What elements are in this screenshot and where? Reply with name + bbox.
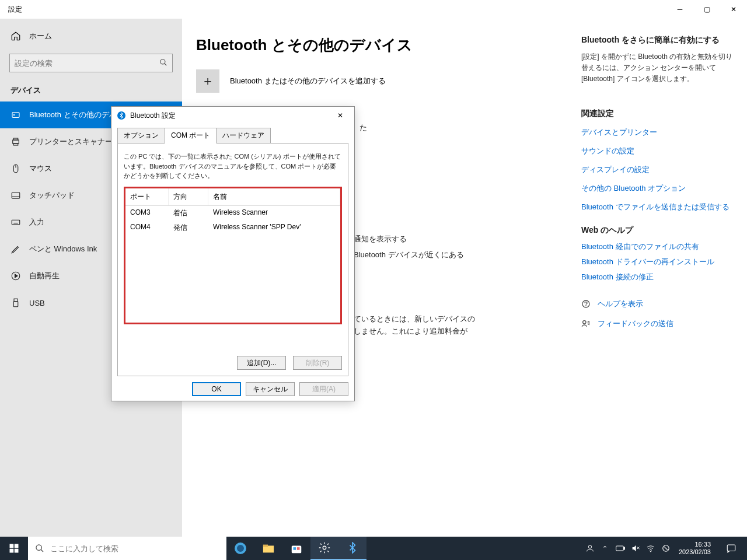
search-input[interactable] <box>15 59 159 68</box>
partial-text-3: Bluetooth デバイスが近くにある <box>354 249 581 261</box>
bluetooth-settings-dialog: Bluetooth 設定 ✕ オプション COM ポート ハードウェア この P… <box>111 106 355 401</box>
tab-strip: オプション COM ポート ハードウェア <box>111 124 354 144</box>
link-bt-share[interactable]: Bluetooth 経由でのファイルの共有 <box>581 242 733 252</box>
start-button[interactable] <box>0 537 28 560</box>
svg-rect-5 <box>13 138 18 140</box>
link-bt-send[interactable]: Bluetooth でファイルを送信または受信する <box>581 202 733 212</box>
tab-hardware[interactable]: ハードウェア <box>216 128 271 144</box>
col-direction[interactable]: 方向 <box>169 188 208 205</box>
partial-text-4: ているときには、新しいデバイスの <box>354 313 581 326</box>
add-port-button[interactable]: 追加(D)... <box>237 356 286 370</box>
search-icon <box>159 58 167 68</box>
svg-rect-18 <box>13 302 18 307</box>
remove-port-button[interactable]: 削除(R) <box>293 356 342 370</box>
nav-label: 入力 <box>29 217 44 228</box>
svg-point-36 <box>588 545 591 548</box>
add-device-label: Bluetooth またはその他のデバイスを追加する <box>230 76 386 86</box>
taskbar-edge[interactable] <box>226 537 254 560</box>
feedback-link[interactable]: フィードバックの送信 <box>581 318 733 329</box>
cell-port: COM3 <box>125 206 169 220</box>
tray-wifi-icon[interactable] <box>645 544 657 553</box>
svg-point-21 <box>583 320 586 323</box>
link-bt-fix[interactable]: Bluetooth 接続の修正 <box>581 272 733 282</box>
ok-button[interactable]: OK <box>192 382 241 396</box>
side-text-quick: [設定] を開かずに Bluetooth の有効と無効を切り替えるには、アクショ… <box>581 51 733 85</box>
svg-point-35 <box>323 546 326 550</box>
svg-rect-38 <box>624 547 624 550</box>
table-row[interactable]: COM4 発信 Wireless Scanner 'SPP Dev' <box>125 220 340 235</box>
svg-point-26 <box>36 545 41 550</box>
col-port[interactable]: ポート <box>125 188 169 205</box>
nav-label: プリンターとスキャナー <box>29 136 113 147</box>
link-sound[interactable]: サウンドの設定 <box>581 146 733 156</box>
tray-people-icon[interactable] <box>584 544 596 553</box>
taskbar-clock[interactable]: 16:33 2023/02/03 <box>675 541 714 556</box>
maximize-button[interactable]: ▢ <box>693 0 720 19</box>
svg-rect-4 <box>13 140 19 144</box>
taskbar-search[interactable] <box>28 537 226 560</box>
dialog-close-button[interactable]: ✕ <box>332 108 348 123</box>
minimize-button[interactable]: ─ <box>666 0 693 19</box>
dialog-titlebar: Bluetooth 設定 ✕ <box>111 107 354 124</box>
svg-point-20 <box>586 306 587 306</box>
cancel-button[interactable]: キャンセル <box>246 382 295 396</box>
search-box[interactable] <box>9 54 173 72</box>
com-port-table[interactable]: ポート 方向 名前 COM3 着信 Wireless Scanner COM4 … <box>124 187 342 324</box>
notification-center-button[interactable] <box>718 537 745 560</box>
taskbar-bluetooth[interactable] <box>338 537 366 560</box>
pen-icon <box>11 244 21 254</box>
mouse-icon <box>11 163 21 174</box>
tab-content: この PC では、下の一覧に表示された COM (シリアル) ポートが使用されて… <box>117 143 348 376</box>
svg-rect-22 <box>10 544 14 548</box>
apply-button[interactable]: 適用(A) <box>299 382 348 396</box>
link-devices-printers[interactable]: デバイスとプリンター <box>581 127 733 138</box>
dialog-title: Bluetooth 設定 <box>130 111 176 121</box>
nav-label: ペンと Windows Ink <box>29 244 97 254</box>
partial-text-1: た <box>359 122 581 134</box>
svg-rect-17 <box>14 299 18 302</box>
side-heading-webhelp: Web のヘルプ <box>581 225 733 236</box>
table-header: ポート 方向 名前 <box>125 188 340 206</box>
tab-options[interactable]: オプション <box>117 128 165 144</box>
svg-point-41 <box>650 551 651 552</box>
close-button[interactable]: ✕ <box>720 0 747 19</box>
feedback-icon <box>581 319 591 328</box>
help-link[interactable]: ヘルプを表示 <box>581 299 733 309</box>
svg-rect-6 <box>13 144 18 145</box>
dialog-description: この PC では、下の一覧に表示された COM (シリアル) ポートが使用されて… <box>124 152 342 181</box>
partial-text-5: しません。これにより追加料金が <box>354 326 581 338</box>
col-name[interactable]: 名前 <box>208 188 340 205</box>
feedback-label: フィードバックの送信 <box>598 318 673 329</box>
svg-line-43 <box>664 547 668 550</box>
tray-volume-muted-icon[interactable] <box>630 544 641 553</box>
svg-rect-33 <box>294 547 296 550</box>
svg-point-29 <box>237 545 244 552</box>
taskbar: ⌃ 16:33 2023/02/03 <box>0 537 747 560</box>
home-icon <box>11 31 21 41</box>
table-body: COM3 着信 Wireless Scanner COM4 発信 Wireles… <box>125 206 340 323</box>
cell-port: COM4 <box>125 220 169 235</box>
svg-point-0 <box>160 59 165 64</box>
link-display[interactable]: ディスプレイの設定 <box>581 164 733 175</box>
tray-battery-icon[interactable] <box>615 545 626 552</box>
cell-dir: 着信 <box>169 206 208 220</box>
svg-line-27 <box>41 550 43 552</box>
svg-rect-24 <box>10 549 14 553</box>
svg-line-1 <box>165 63 167 65</box>
link-bt-driver[interactable]: Bluetooth ドライバーの再インストール <box>581 257 733 267</box>
home-link[interactable]: ホーム <box>0 23 182 49</box>
nav-label: 自動再生 <box>29 271 60 281</box>
tray-ime-icon[interactable] <box>660 544 672 552</box>
home-label: ホーム <box>29 31 52 41</box>
taskbar-search-input[interactable] <box>50 544 219 553</box>
svg-rect-31 <box>263 545 268 547</box>
link-bt-options[interactable]: その他の Bluetooth オプション <box>581 183 733 194</box>
tab-com-ports[interactable]: COM ポート <box>165 128 217 144</box>
add-device-button[interactable]: ＋ Bluetooth またはその他のデバイスを追加する <box>196 69 581 93</box>
tray-chevron-up-icon[interactable]: ⌃ <box>599 545 611 552</box>
page-title: Bluetooth とその他のデバイス <box>196 35 581 55</box>
taskbar-explorer[interactable] <box>254 537 282 560</box>
taskbar-store[interactable] <box>282 537 310 560</box>
table-row[interactable]: COM3 着信 Wireless Scanner <box>125 206 340 220</box>
taskbar-settings[interactable] <box>310 537 338 560</box>
